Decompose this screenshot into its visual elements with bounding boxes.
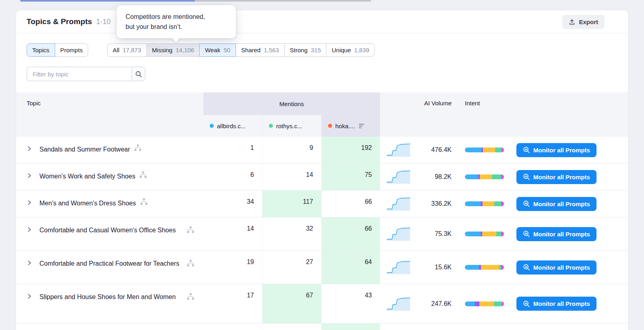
top-progress-bar <box>20 0 371 2</box>
filter-tab-missing[interactable]: Missing 14,106 <box>147 43 200 57</box>
filter-tab-all[interactable]: All 17,873 <box>107 43 147 57</box>
export-button[interactable]: Export <box>562 15 605 29</box>
mention-count: 14 <box>203 217 262 250</box>
sitemap-icon[interactable] <box>139 171 147 178</box>
allbirds-dot <box>210 124 214 128</box>
table-row: Women's Work and Safety Shoes 6 14 75 98… <box>16 164 628 191</box>
ai-volume-value: 476.4K <box>411 146 452 154</box>
mention-count: 9 <box>262 137 321 163</box>
ai-volume-value: 75.3K <box>411 230 452 238</box>
trend-sparkline <box>386 169 411 184</box>
table-row: Comfortable and Casual Women's Office Sh… <box>16 217 628 251</box>
topic-name[interactable]: Slippers and House Shoes for Men and Wom… <box>39 292 188 302</box>
intent-distribution-bar <box>465 301 504 306</box>
rothys-dot <box>269 124 273 128</box>
search-button[interactable] <box>132 67 145 81</box>
mention-count <box>203 324 262 330</box>
sitemap-icon[interactable] <box>140 198 148 205</box>
sitemap-icon[interactable] <box>187 226 194 233</box>
topic-cell <box>16 324 203 330</box>
topic-name[interactable]: Women's Work and Safety Shoes <box>39 171 135 182</box>
monitor-magnifier-icon <box>523 264 530 271</box>
row-metrics: 15.6K Monitor all Prompts <box>380 251 628 284</box>
sitemap-icon[interactable] <box>134 144 142 151</box>
filter-tab-shared[interactable]: Shared 1,563 <box>235 43 285 57</box>
topic-cell: Women's Work and Safety Shoes <box>16 164 203 190</box>
card-header: Topics & Prompts 1-10 Export <box>16 10 628 33</box>
monitor-button-label: Monitor all Prompts <box>533 300 590 307</box>
mention-count: 64 <box>321 251 380 284</box>
sitemap-icon[interactable] <box>187 260 194 266</box>
mention-count: 17 <box>203 284 262 323</box>
monitor-all-prompts-button[interactable]: Monitor all Prompts <box>516 170 597 184</box>
monitor-all-prompts-button[interactable]: Monitor all Prompts <box>516 143 597 157</box>
monitor-all-prompts-button[interactable]: Monitor all Prompts <box>516 197 597 211</box>
mention-count: 66 <box>321 217 380 250</box>
competitor-header-allbirds[interactable]: allbirds.c... <box>203 115 262 137</box>
mention-count: 1 <box>203 137 262 163</box>
sort-descending-icon[interactable] <box>359 123 365 129</box>
mention-count: 75 <box>321 164 380 190</box>
topic-column-header: Topic <box>27 100 41 107</box>
filter-tab-weak[interactable]: Weak 50 <box>199 43 236 57</box>
expand-chevron-icon[interactable] <box>27 146 32 154</box>
topic-name[interactable]: Sandals and Summer Footwear <box>39 144 130 155</box>
export-icon <box>569 19 575 25</box>
monitor-all-prompts-button[interactable]: Monitor all Prompts <box>516 227 597 241</box>
topic-name[interactable]: Comfortable and Practical Footwear for T… <box>39 258 191 269</box>
filter-label: Unique <box>332 47 351 53</box>
monitor-all-prompts-button[interactable]: Monitor all Prompts <box>516 297 597 311</box>
topic-cell: Comfortable and Casual Women's Office Sh… <box>16 217 203 250</box>
topic-name[interactable]: Comfortable and Casual Women's Office Sh… <box>39 225 188 236</box>
mention-count: 19 <box>203 251 262 284</box>
tab-prompts[interactable]: Prompts <box>55 43 89 57</box>
monitor-all-prompts-button[interactable]: Monitor all Prompts <box>516 260 597 275</box>
tab-topics[interactable]: Topics <box>27 43 55 57</box>
filter-count: 50 <box>223 47 230 53</box>
filter-count: 17,873 <box>123 47 141 53</box>
topic-cell: Men's and Women's Dress Shoes <box>16 191 203 217</box>
table-row: Men's and Women's Dress Shoes 34 117 66 … <box>16 191 628 217</box>
sitemap-icon[interactable] <box>187 293 194 300</box>
trend-sparkline <box>386 296 411 312</box>
monitor-magnifier-icon <box>523 173 530 180</box>
tooltip: Competitors are mentioned, but your bran… <box>117 5 236 38</box>
filter-tab-unique[interactable]: Unique 1,839 <box>326 43 375 57</box>
expand-chevron-icon[interactable] <box>27 293 32 301</box>
monitor-magnifier-icon <box>523 200 530 207</box>
topic-name[interactable]: Men's and Women's Dress Shoes <box>39 198 136 209</box>
competitor-header-rothys[interactable]: rothys.c... <box>262 115 321 137</box>
row-metrics <box>380 324 628 330</box>
competitor-header-hoka[interactable]: hoka.... <box>321 115 380 137</box>
row-metrics: 336.2K Monitor all Prompts <box>380 191 628 217</box>
tooltip-text-line2: but your brand isn’t. <box>126 22 227 32</box>
mention-count <box>262 324 321 330</box>
topic-cell: Comfortable and Practical Footwear for T… <box>16 251 203 284</box>
mention-count: 67 <box>262 284 321 323</box>
monitor-button-label: Monitor all Prompts <box>533 174 590 180</box>
filter-tab-strong[interactable]: Strong 315 <box>284 43 326 57</box>
monitor-button-label: Monitor all Prompts <box>533 231 590 238</box>
competitor-name: allbirds.c... <box>217 123 246 129</box>
topic-cell: Sandals and Summer Footwear <box>16 137 203 163</box>
hoka-dot <box>328 124 332 128</box>
progress-filled <box>20 0 195 2</box>
expand-chevron-icon[interactable] <box>27 226 32 234</box>
expand-chevron-icon[interactable] <box>27 199 32 207</box>
trend-sparkline <box>386 226 411 242</box>
row-metrics: 476.4K Monitor all Prompts <box>380 137 628 163</box>
export-label: Export <box>579 18 598 25</box>
intent-distribution-bar <box>465 201 504 206</box>
topic-filter <box>27 67 145 81</box>
search-input[interactable] <box>27 67 132 81</box>
row-metrics: 75.3K Monitor all Prompts <box>380 217 628 250</box>
expand-chevron-icon[interactable] <box>27 260 32 268</box>
mention-count: 14 <box>262 164 321 190</box>
filter-label: Missing <box>152 47 173 53</box>
table-row: Slippers and House Shoes for Men and Wom… <box>16 284 628 324</box>
table-row: Comfortable and Practical Footwear for T… <box>16 251 628 284</box>
row-metrics: 247.6K Monitor all Prompts <box>380 284 628 323</box>
expand-chevron-icon[interactable] <box>27 172 32 180</box>
result-range: 1-10 <box>96 18 111 26</box>
filter-count: 1,839 <box>354 47 369 53</box>
